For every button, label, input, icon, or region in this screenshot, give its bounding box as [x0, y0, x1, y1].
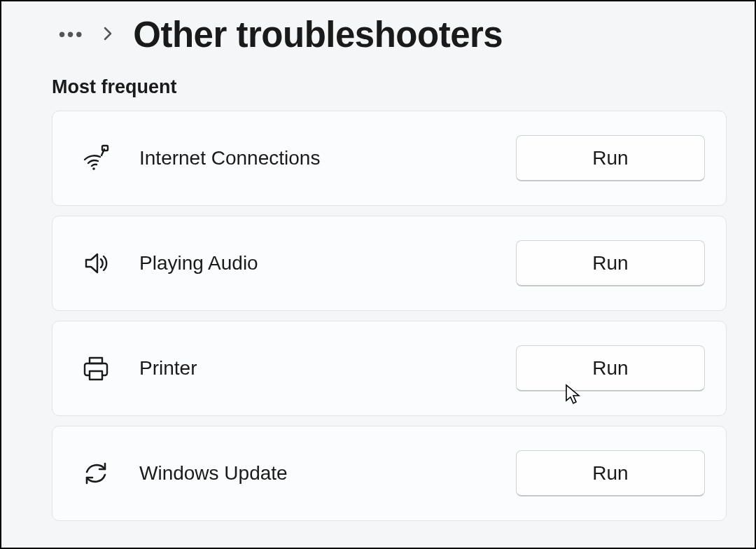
- troubleshooter-label: Printer: [139, 357, 488, 380]
- troubleshooter-item-update: Windows Update Run: [52, 426, 727, 521]
- troubleshooter-label: Windows Update: [139, 462, 488, 485]
- troubleshooter-list: Internet Connections Run Playing Audio R…: [1, 111, 755, 521]
- ellipsis-icon[interactable]: •••: [59, 24, 84, 46]
- run-button[interactable]: Run: [516, 450, 705, 496]
- run-button[interactable]: Run: [516, 240, 705, 286]
- refresh-icon: [80, 458, 111, 489]
- troubleshooter-item-internet: Internet Connections Run: [52, 111, 727, 206]
- troubleshooter-label: Playing Audio: [139, 252, 488, 274]
- printer-icon: [80, 353, 111, 384]
- speaker-icon: [80, 248, 111, 279]
- troubleshooter-label: Internet Connections: [139, 147, 488, 169]
- wifi-icon: [80, 143, 111, 174]
- page-title: Other troubleshooters: [133, 14, 503, 55]
- breadcrumb: ••• Other troubleshooters: [1, 1, 755, 76]
- run-button[interactable]: Run: [516, 135, 705, 181]
- chevron-right-icon: [102, 25, 113, 45]
- troubleshooter-item-printer: Printer Run: [52, 321, 727, 416]
- svg-rect-2: [90, 358, 102, 363]
- run-button[interactable]: Run: [516, 345, 705, 391]
- svg-rect-1: [102, 146, 108, 151]
- section-label: Most frequent: [1, 76, 755, 111]
- troubleshooter-item-audio: Playing Audio Run: [52, 216, 727, 311]
- svg-rect-3: [90, 371, 102, 380]
- svg-point-0: [92, 167, 95, 170]
